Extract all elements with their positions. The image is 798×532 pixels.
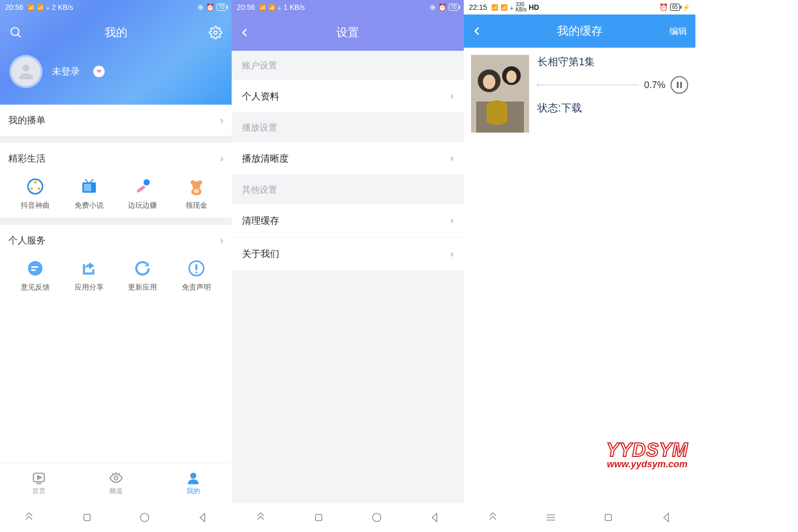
progress-percent: 0.7% <box>644 80 665 91</box>
message-icon[interactable]: ❤ <box>93 66 105 77</box>
nav-recent-icon[interactable] <box>254 511 267 524</box>
tab-home[interactable]: 首页 <box>0 463 77 503</box>
watermark: YYDSYM www.yydsym.com <box>606 439 688 470</box>
tv-icon <box>80 177 98 196</box>
nav-recent-icon[interactable] <box>487 511 499 524</box>
status-time: 22:15 <box>469 3 487 11</box>
service-disclaimer[interactable]: 免责声明 <box>169 259 223 292</box>
life-item-novel[interactable]: 免费小说 <box>62 177 116 210</box>
chevron-right-icon: › <box>450 249 453 260</box>
svg-point-27 <box>114 476 118 480</box>
nav-menu-icon[interactable] <box>545 511 557 524</box>
svg-rect-13 <box>136 185 146 193</box>
tab-bar: 首页 频道 我的 <box>0 463 232 503</box>
svg-rect-9 <box>84 184 91 191</box>
login-status: 未登录 <box>52 65 80 78</box>
tab-mine[interactable]: 我的 <box>154 463 232 503</box>
net-speed: 330KB/s <box>516 2 526 12</box>
chat-icon <box>26 259 45 278</box>
avatar[interactable] <box>9 55 42 88</box>
svg-point-2 <box>214 31 218 35</box>
svg-point-3 <box>22 65 29 71</box>
edit-button[interactable]: 编辑 <box>669 25 687 37</box>
page-title: 我的缓存 <box>557 23 603 39</box>
chevron-right-icon: › <box>220 153 223 164</box>
svg-point-7 <box>37 188 40 190</box>
search-icon[interactable] <box>9 26 23 39</box>
share-icon <box>80 259 98 278</box>
row-profile[interactable]: 个人资料 › <box>232 80 464 113</box>
nav-recent-icon[interactable] <box>23 511 35 524</box>
android-nav-bar <box>232 503 464 532</box>
nav-home-icon[interactable] <box>602 511 615 524</box>
svg-rect-20 <box>31 266 38 268</box>
section-service[interactable]: 个人服务 › <box>8 225 223 256</box>
nav-back-icon[interactable] <box>660 511 673 524</box>
svg-point-40 <box>506 70 517 83</box>
download-title: 长相守第1集 <box>537 55 688 69</box>
tab-channel[interactable]: 频道 <box>77 463 154 503</box>
refresh-icon <box>133 259 152 278</box>
signal-icon: 📶 <box>268 4 276 11</box>
alarm-icon: ⏰ <box>206 3 215 11</box>
svg-rect-34 <box>316 514 322 521</box>
nav-home-icon[interactable] <box>81 511 93 524</box>
nav-back-icon[interactable] <box>429 511 441 524</box>
back-icon[interactable] <box>472 26 482 36</box>
video-thumbnail <box>471 55 529 133</box>
download-item[interactable]: 长相守第1集 0.7% 状态:下载 <box>464 48 695 133</box>
row-about[interactable]: 关于我们 › <box>232 237 464 270</box>
header: 设置 <box>232 15 464 51</box>
nav-circle-icon[interactable] <box>138 511 151 524</box>
nav-home-icon[interactable] <box>312 511 325 524</box>
microphone-icon <box>133 177 152 196</box>
profile-row[interactable]: 未登录 ❤ <box>0 51 232 105</box>
lock-icon: ⊕ <box>430 3 436 11</box>
chevron-right-icon: › <box>220 235 223 246</box>
person-icon <box>186 471 201 485</box>
section-playlist[interactable]: 我的播单 › <box>8 105 223 136</box>
divider <box>0 218 232 225</box>
row-clear-cache[interactable]: 清理缓存 › <box>232 204 464 237</box>
alarm-icon: ⏰ <box>659 3 668 11</box>
row-quality[interactable]: 播放清晰度 › <box>232 142 464 175</box>
svg-point-19 <box>28 261 42 276</box>
life-item-play-earn[interactable]: 边玩边赚 <box>116 177 170 210</box>
nav-back-icon[interactable] <box>196 511 209 524</box>
svg-line-1 <box>18 34 20 37</box>
section-life[interactable]: 精彩生活 › <box>8 143 223 174</box>
net-speed: 1 KB/s <box>283 3 305 11</box>
wifi-icon: ⏚ <box>510 4 514 10</box>
life-item-music[interactable]: 抖音神曲 <box>8 177 62 210</box>
lock-icon: ⊕ <box>197 3 204 11</box>
status-bar: 22:15 📶 📶 ⏚ 330KB/s HD ⏰ 65 ⚡ <box>464 0 695 15</box>
screen-settings: 20:56 📶 📶 ⏚ 1 KB/s ⊕ ⏰ 70 设置 账户设置 个人资料 ›… <box>232 0 464 532</box>
status-bar: 20:56 📶 📶 ⏚ 2 KB/s ⊕ ⏰ 70 <box>0 0 232 15</box>
wifi-icon: ⏚ <box>278 4 281 10</box>
header: 我的 <box>0 15 232 51</box>
status-time: 20:56 <box>237 3 255 11</box>
service-share[interactable]: 应用分享 <box>62 259 116 292</box>
nav-circle-icon[interactable] <box>370 511 383 524</box>
screen-cache: 22:15 📶 📶 ⏚ 330KB/s HD ⏰ 65 ⚡ 我的缓存 编辑 <box>464 0 695 532</box>
pause-button[interactable] <box>671 76 688 94</box>
page-title: 我的 <box>105 25 127 40</box>
svg-rect-21 <box>31 269 36 271</box>
section-playback: 播放设置 <box>232 113 464 142</box>
svg-rect-49 <box>605 514 611 521</box>
wifi-icon: ⏚ <box>46 4 50 10</box>
svg-line-11 <box>90 179 93 182</box>
settings-icon[interactable] <box>209 26 222 39</box>
net-speed: 2 KB/s <box>52 3 73 11</box>
hd-badge: HD <box>529 3 539 11</box>
svg-point-31 <box>190 472 196 479</box>
header: 我的缓存 编辑 <box>464 15 695 48</box>
status-time: 20:56 <box>5 3 23 11</box>
android-nav-bar <box>0 503 232 532</box>
life-item-cash[interactable]: 领现金 <box>169 177 223 210</box>
service-update[interactable]: 更新应用 <box>116 259 170 292</box>
service-feedback[interactable]: 意见反馈 <box>8 259 62 292</box>
svg-point-6 <box>30 188 33 190</box>
svg-point-18 <box>194 189 199 193</box>
back-icon[interactable] <box>240 27 250 38</box>
